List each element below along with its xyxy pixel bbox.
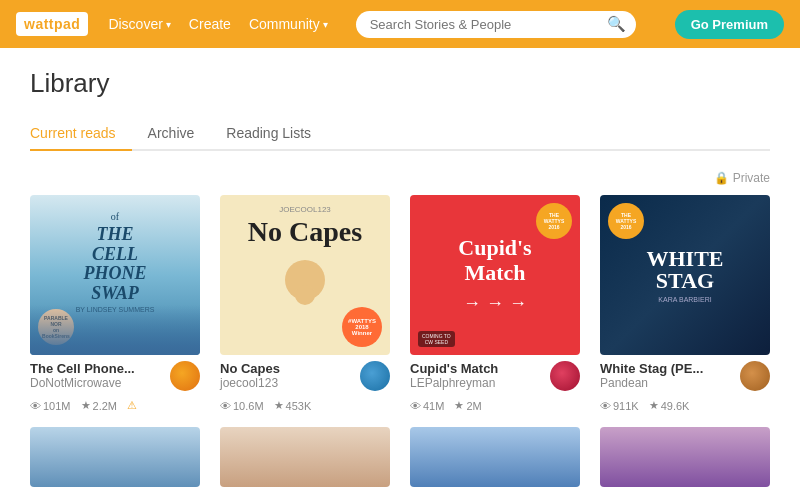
- cover-arrows: → → →: [463, 293, 527, 314]
- tab-current-reads[interactable]: Current reads: [30, 117, 132, 151]
- chevron-icon: ▾: [323, 19, 328, 30]
- star-icon: ★: [81, 399, 91, 412]
- private-label: 🔒 Private: [30, 171, 770, 185]
- nav-community[interactable]: Community ▾: [249, 16, 328, 32]
- book-cover-partial[interactable]: [410, 427, 580, 487]
- book-title: No Capes: [220, 361, 352, 376]
- book-author: DoNotMicrowave: [30, 376, 162, 390]
- book-author: joecool123: [220, 376, 352, 390]
- star-icon: ★: [649, 399, 659, 412]
- chevron-icon: ▾: [166, 19, 171, 30]
- views-stat: 👁 10.6M: [220, 399, 264, 412]
- main-content: Library Current reads Archive Reading Li…: [0, 48, 800, 503]
- eye-icon: 👁: [220, 400, 231, 412]
- book-stats: 👁 10.6M ★ 453K: [220, 399, 390, 412]
- book-info: The Cell Phone... DoNotMicrowave: [30, 361, 200, 391]
- avatar: [360, 361, 390, 391]
- stars-stat: ★ 49.6K: [649, 399, 690, 412]
- nav: Discover ▾ Create Community ▾: [108, 16, 327, 32]
- cover-badge: #WATTYS2018Winner: [342, 307, 382, 347]
- avatar: [170, 361, 200, 391]
- book-title: White Stag (PE...: [600, 361, 732, 376]
- book-text: White Stag (PE... Pandean: [600, 361, 732, 390]
- eye-icon: 👁: [410, 400, 421, 412]
- book-grid-partial: [30, 427, 770, 487]
- search-button[interactable]: 🔍: [607, 15, 626, 33]
- views-stat: 👁 41M: [410, 399, 444, 412]
- avatar: [740, 361, 770, 391]
- go-premium-button[interactable]: Go Premium: [675, 10, 784, 39]
- logo[interactable]: wattpad: [16, 12, 88, 36]
- views-stat: 👁 101M: [30, 399, 71, 412]
- search-input[interactable]: [356, 11, 636, 38]
- book-stats: 👁 41M ★ 2M: [410, 399, 580, 412]
- book-cover: THEWATTYS2016 Cupid'sMatch → → → COMING …: [410, 195, 580, 355]
- nav-discover[interactable]: Discover ▾: [108, 16, 170, 32]
- nav-create[interactable]: Create: [189, 16, 231, 32]
- page-title: Library: [30, 68, 770, 99]
- book-text: The Cell Phone... DoNotMicrowave: [30, 361, 162, 390]
- book-info: White Stag (PE... Pandean: [600, 361, 770, 391]
- book-author: LEPalphreyman: [410, 376, 542, 390]
- book-cover-partial[interactable]: [220, 427, 390, 487]
- eye-icon: 👁: [30, 400, 41, 412]
- cover-title: ofTHECELLPHONESWAP: [84, 205, 147, 304]
- warning-icon: ⚠: [127, 399, 137, 412]
- book-text: Cupid's Match LEPalphreyman: [410, 361, 542, 390]
- avatar: [550, 361, 580, 391]
- book-grid: ofTHECELLPHONESWAP BY LINDSEY SUMMERS PA…: [30, 195, 770, 412]
- book-cover: JOECOOL123 No Capes #WATTYS2018Winner: [220, 195, 390, 355]
- cover-title: Cupid'sMatch: [458, 236, 531, 284]
- book-card[interactable]: THEWATTYS2016 WHITESTAG KARA BARBIERI Wh…: [600, 195, 770, 412]
- eye-icon: 👁: [600, 400, 611, 412]
- stars-stat: ★ 2M: [454, 399, 481, 412]
- cover-title: No Capes: [248, 218, 362, 246]
- tabs: Current reads Archive Reading Lists: [30, 117, 770, 151]
- views-stat: 👁 911K: [600, 399, 639, 412]
- book-info: No Capes joecool123: [220, 361, 390, 391]
- book-cover-partial[interactable]: [600, 427, 770, 487]
- cover-badge: COMING TOCW SEED: [418, 331, 455, 347]
- book-info: Cupid's Match LEPalphreyman: [410, 361, 580, 391]
- stars-stat: ★ 2.2M: [81, 399, 117, 412]
- book-card[interactable]: JOECOOL123 No Capes #WATTYS2018Winner No…: [220, 195, 390, 412]
- book-title: The Cell Phone...: [30, 361, 162, 376]
- tab-archive[interactable]: Archive: [132, 117, 211, 151]
- book-cover: ofTHECELLPHONESWAP BY LINDSEY SUMMERS PA…: [30, 195, 200, 355]
- lock-icon: 🔒: [714, 171, 729, 185]
- header: wattpad Discover ▾ Create Community ▾ 🔍 …: [0, 0, 800, 48]
- star-icon: ★: [454, 399, 464, 412]
- tab-reading-lists[interactable]: Reading Lists: [210, 117, 327, 151]
- book-cover-partial[interactable]: [30, 427, 200, 487]
- book-card[interactable]: THEWATTYS2016 Cupid'sMatch → → → COMING …: [410, 195, 580, 412]
- search-bar: 🔍: [356, 11, 636, 38]
- star-icon: ★: [274, 399, 284, 412]
- book-stats: 👁 911K ★ 49.6K: [600, 399, 770, 412]
- book-text: No Capes joecool123: [220, 361, 352, 390]
- stars-stat: ★ 453K: [274, 399, 312, 412]
- book-author: Pandean: [600, 376, 732, 390]
- cover-wattys: THEWATTYS2016: [536, 203, 572, 239]
- cover-user: JOECOOL123: [279, 205, 331, 214]
- book-card[interactable]: ofTHECELLPHONESWAP BY LINDSEY SUMMERS PA…: [30, 195, 200, 412]
- book-cover: THEWATTYS2016 WHITESTAG KARA BARBIERI: [600, 195, 770, 355]
- book-stats: 👁 101M ★ 2.2M ⚠: [30, 399, 200, 412]
- book-title: Cupid's Match: [410, 361, 542, 376]
